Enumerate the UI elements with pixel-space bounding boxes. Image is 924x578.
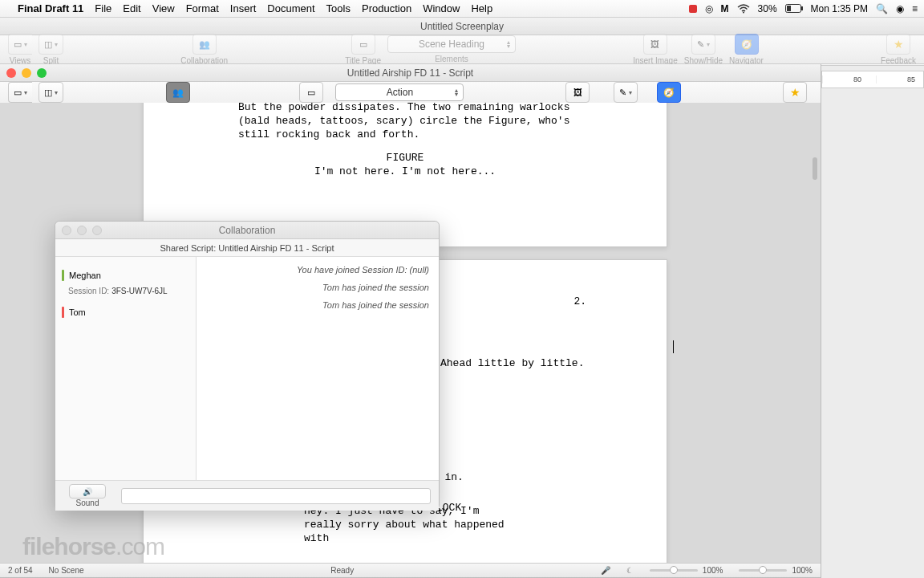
battery-icon	[785, 4, 803, 13]
status-bar: 2 of 54 No Scene Ready 🎤 ☾ 100% 100%	[0, 563, 821, 577]
speaker-icon: 🔊	[83, 487, 92, 496]
collaboration-button[interactable]: 👥	[192, 34, 217, 55]
character-name[interactable]: FIGURE	[144, 151, 667, 165]
menu-file[interactable]: File	[95, 2, 111, 14]
menu-document[interactable]: Document	[267, 2, 314, 14]
insert-image-button[interactable]: 🖼	[643, 34, 667, 55]
zoom-control-2[interactable]: 100%	[739, 566, 813, 575]
svg-rect-2	[801, 6, 803, 10]
macos-menubar: Final Draft 11 File Edit View Format Ins…	[0, 0, 924, 18]
collab-message: Tom has joined the session	[206, 300, 429, 310]
views-button[interactable]: ▭▾	[8, 34, 32, 55]
collab-participants: Meghan Session ID: 3FS-UW7V-6JL Tom	[55, 257, 197, 480]
collab-window-controls[interactable]	[62, 226, 102, 235]
split-button[interactable]: ◫▾	[38, 34, 63, 55]
split-button[interactable]: ◫▾	[38, 82, 63, 103]
collab-messages: You have joined Session ID: (null) Tom h…	[197, 257, 439, 480]
collab-message: You have joined Session ID: (null)	[206, 265, 429, 275]
collaboration-button[interactable]: 👥	[166, 82, 190, 103]
moon-icon[interactable]: ☾	[626, 566, 634, 575]
participant-meghan[interactable]: Meghan	[62, 270, 189, 281]
mic-icon[interactable]: 🎤	[601, 566, 610, 575]
collab-title: Collaboration	[55, 222, 439, 239]
background-window-title: Untitled Screenplay	[0, 18, 924, 35]
clock[interactable]: Mon 1:35 PM	[811, 3, 868, 14]
zoom-icon[interactable]	[37, 68, 47, 78]
menu-edit[interactable]: Edit	[123, 2, 140, 14]
menu-window[interactable]: Window	[423, 2, 460, 14]
spotlight-icon[interactable]: 🔍	[876, 3, 888, 14]
background-window: Untitled Screenplay ▭▾Views ◫▾Split 👥Col…	[0, 18, 924, 66]
title-page-button[interactable]: ▭	[299, 82, 323, 103]
navigator-button[interactable]: 🧭	[735, 34, 759, 55]
menu-production[interactable]: Production	[362, 2, 411, 14]
background-toolbar: ▭▾Views ◫▾Split 👥Collaboration ▭Title Pa…	[0, 35, 924, 64]
sound-toggle[interactable]: 🔊Sound	[63, 484, 111, 507]
menubar-status: ◎ M 30% Mon 1:35 PM 🔍 ◉ ≡	[689, 3, 918, 14]
session-id: 3FS-UW7V-6JL	[111, 287, 167, 295]
action-block[interactable]: But the powder dissipates. The two remai…	[238, 103, 572, 141]
m-icon[interactable]: M	[721, 3, 729, 14]
main-window-title: Untitled Airship FD 11 - Script	[0, 64, 821, 82]
close-icon[interactable]	[62, 226, 71, 235]
minimize-icon[interactable]	[77, 226, 87, 235]
svg-point-0	[743, 11, 744, 13]
navigator-button[interactable]: 🧭	[657, 82, 681, 103]
insert-image-button[interactable]: 🖼	[565, 82, 590, 103]
feedback-button[interactable]: ★	[886, 34, 910, 55]
menu-insert[interactable]: Insert	[230, 2, 257, 14]
page-indicator[interactable]: 2 of 54	[8, 566, 33, 575]
show-hide-button[interactable]: ✎▾	[614, 82, 638, 103]
vertical-scrollbar[interactable]	[811, 141, 819, 563]
status-ready: Ready	[330, 566, 354, 575]
scrollbar-thumb[interactable]	[813, 157, 817, 180]
watermark: filehorse.com	[22, 533, 164, 560]
elements-dropdown[interactable]: Action▴▾	[335, 83, 464, 101]
participant-tom[interactable]: Tom	[62, 307, 189, 318]
menu-help[interactable]: Help	[471, 2, 492, 14]
page-number: 2.	[573, 295, 586, 307]
action-line[interactable]: Ahead little by little.	[440, 356, 584, 370]
chat-input[interactable]	[121, 488, 431, 504]
battery-percent: 30%	[758, 3, 777, 14]
window-controls[interactable]	[6, 68, 47, 78]
title-page-button[interactable]: ▭	[351, 34, 375, 55]
views-button[interactable]: ▭▾	[8, 82, 32, 103]
collab-subtitle: Shared Script: Untitled Airship FD 11 - …	[55, 239, 439, 257]
menu-format[interactable]: Format	[186, 2, 219, 14]
cc-icon[interactable]: ◎	[705, 3, 713, 14]
close-icon[interactable]	[6, 68, 16, 78]
notification-center-icon[interactable]: ≡	[912, 3, 918, 14]
collab-message: Tom has joined the session	[206, 283, 429, 292]
status-icon[interactable]	[689, 5, 697, 13]
show-hide-button[interactable]: ✎▾	[691, 34, 715, 55]
wifi-icon[interactable]	[737, 4, 750, 14]
collaboration-panel: Collaboration Shared Script: Untitled Ai…	[55, 221, 440, 510]
svg-rect-3	[787, 6, 791, 11]
menu-view[interactable]: View	[152, 2, 175, 14]
text-cursor	[673, 340, 674, 353]
menu-tools[interactable]: Tools	[326, 2, 351, 14]
elements-dropdown[interactable]: Scene Heading▴▾	[387, 35, 516, 53]
minimize-icon[interactable]	[22, 68, 31, 78]
zoom-control-1[interactable]: 100%	[650, 566, 723, 575]
app-name[interactable]: Final Draft 11	[18, 2, 83, 14]
feedback-button[interactable]: ★	[783, 82, 807, 103]
zoom-icon[interactable]	[92, 226, 102, 235]
siri-icon[interactable]: ◉	[896, 3, 904, 14]
scene-indicator[interactable]: No Scene	[49, 566, 84, 575]
right-ruler: 80 85	[821, 71, 924, 88]
dialogue[interactable]: I'm not here. I'm not here...	[144, 165, 667, 178]
